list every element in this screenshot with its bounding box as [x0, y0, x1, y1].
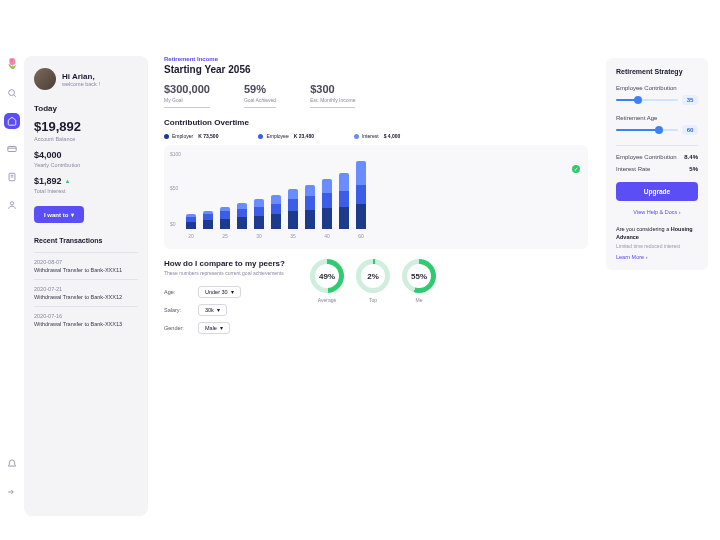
account-balance-label: Account Balance	[34, 136, 138, 142]
age-select[interactable]: Under 30▾	[198, 286, 241, 298]
chart-legend: EmployerK 73,500 EmployeeK 23,480 Intere…	[164, 133, 588, 139]
help-link[interactable]: View Help & Docs ›	[616, 209, 698, 215]
sidebar: Hi Arian, welcome back ! Today $19,892 A…	[24, 56, 148, 516]
avatar[interactable]	[34, 68, 56, 90]
bell-icon[interactable]	[4, 456, 20, 472]
bar	[305, 185, 315, 229]
svg-rect-2	[8, 147, 16, 152]
right-panel: Retirement Strategy Employee Contributio…	[602, 0, 720, 540]
transaction-row[interactable]: 2020-07-16Withdrawal Transfer to Bank-XX…	[34, 306, 138, 333]
yearly-contribution-label: Yearly Contribution	[34, 162, 138, 168]
donut-me: 55%Me	[402, 259, 436, 340]
svg-point-7	[10, 202, 13, 205]
bar	[339, 173, 349, 229]
main-content: Retirement Income Starting Year 2056 $30…	[148, 0, 602, 540]
greeting: Hi Arian,	[62, 72, 100, 81]
donut-average: 49%Average	[310, 259, 344, 340]
bar	[186, 214, 196, 229]
search-icon[interactable]	[4, 85, 20, 101]
bar	[220, 207, 230, 229]
chevron-down-icon: ▾	[231, 289, 234, 295]
home-icon[interactable]	[4, 113, 20, 129]
peers-title: How do I compare to my peers?	[164, 259, 294, 268]
logo-icon: 🌷	[6, 58, 18, 69]
user-icon[interactable]	[4, 197, 20, 213]
gender-select[interactable]: Male▾	[198, 322, 230, 334]
contribution-chart: $100 $50 $0 202530354060 ✓	[164, 145, 588, 249]
contribution-slider[interactable]	[616, 99, 678, 101]
chevron-down-icon: ▾	[71, 211, 74, 218]
salary-select[interactable]: 30k▾	[198, 304, 227, 316]
bar	[288, 189, 298, 229]
strategy-title: Retirement Strategy	[616, 68, 698, 75]
peers-subtitle: These numbers represents current goal ac…	[164, 270, 294, 276]
bar	[254, 199, 264, 229]
stat-goal: $300,000	[164, 83, 210, 95]
learn-more-link[interactable]: Learn More ›	[616, 254, 698, 260]
logout-icon[interactable]	[4, 484, 20, 500]
card-icon[interactable]	[4, 141, 20, 157]
i-want-to-button[interactable]: I want to▾	[34, 206, 84, 223]
check-icon: ✓	[572, 165, 580, 173]
transaction-row[interactable]: 2020-07-21Withdrawal Transfer to Bank-XX…	[34, 279, 138, 306]
section-category: Retirement Income	[164, 56, 588, 62]
svg-point-0	[9, 90, 15, 96]
bar	[203, 211, 213, 229]
nav-rail: 🌷	[0, 0, 24, 540]
svg-line-1	[14, 95, 16, 97]
upgrade-button[interactable]: Upgrade	[616, 182, 698, 201]
chevron-down-icon: ▾	[217, 307, 220, 313]
stat-monthly: $300	[310, 83, 355, 95]
today-label: Today	[34, 104, 138, 113]
bar	[271, 195, 281, 229]
yearly-contribution: $4,000	[34, 150, 138, 160]
total-interest: $1,892	[34, 176, 62, 186]
stat-achieved: 59%	[244, 83, 276, 95]
chevron-down-icon: ▾	[220, 325, 223, 331]
bar	[237, 203, 247, 229]
bar	[322, 179, 332, 229]
doc-icon[interactable]	[4, 169, 20, 185]
transaction-row[interactable]: 2020-08-07Withdrawal Transfer to Bank-XX…	[34, 252, 138, 279]
donut-top: 2%Top	[356, 259, 390, 340]
account-balance: $19,892	[34, 119, 138, 134]
total-interest-label: Total Interest	[34, 188, 138, 194]
trend-up-icon: ▲	[65, 178, 71, 184]
chart-title: Contribution Overtime	[164, 118, 588, 127]
transactions-title: Recent Transactions	[34, 237, 138, 244]
retirement-age-slider[interactable]	[616, 129, 678, 131]
page-title: Starting Year 2056	[164, 64, 588, 75]
promo-text: Are you considering a Housing AdvanceLim…	[616, 225, 698, 250]
welcome-back: welcome back !	[62, 81, 100, 87]
bar	[356, 161, 366, 229]
